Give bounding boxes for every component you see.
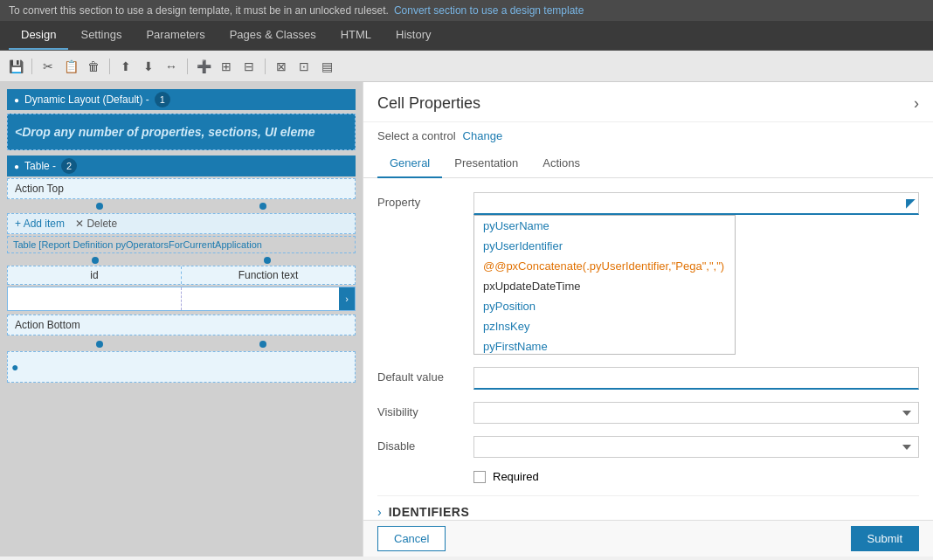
visibility-select[interactable] [473,402,919,424]
top-banner: To convert this section to use a design … [0,0,933,21]
toolbar-separator-3 [187,59,188,74]
table-report-definition: Table [Report Definition pyOperatorsForC… [7,236,356,253]
col-cell-expand-button[interactable]: › [339,287,355,310]
dot-row-top [0,201,363,211]
handle-dot [259,341,266,348]
cancel-button[interactable]: Cancel [377,526,446,551]
drop-zone: <Drop any number of properties, sections… [7,114,356,150]
dropdown-item-3[interactable]: pxUpdateDateTime [474,276,735,296]
move-up-icon[interactable]: ⬆ [117,58,135,75]
other-icon[interactable]: ⊟ [240,58,258,75]
delete-button[interactable]: ✕ Delete [75,218,117,230]
tab-history[interactable]: History [384,21,443,50]
main-area: ● Dynamic Layout (Default) - 1 <Drop any… [0,82,933,557]
banner-text: To convert this section to use a design … [9,4,389,17]
visibility-control [473,402,919,424]
tab-pages-classes[interactable]: Pages & Classes [218,21,328,50]
change-link[interactable]: Change [463,129,503,142]
col-header-row: id Function text [7,266,356,285]
save-icon[interactable]: 💾 [7,58,24,75]
handle-dot [264,257,271,264]
action-top-section: Action Top [7,178,356,199]
disable-label: Disable [377,436,473,453]
table-badge: 2 [61,158,77,174]
action-bottom-section: Action Bottom [7,315,356,335]
disable-row: Disable [377,436,919,458]
tab-html[interactable]: HTML [328,21,384,50]
select-control-label: Select a control [377,129,456,142]
add-item-button[interactable]: + Add item [15,218,65,230]
toolbar: 💾 ✂ 📋 🗑 ⬆ ⬇ ↔ ➕ ⊞ ⊟ ⊠ ⊡ ▤ [0,51,933,82]
panel-header: Cell Properties › [363,82,933,122]
handle-dot [96,341,103,348]
tab-general[interactable]: General [377,149,442,178]
add-icon[interactable]: ➕ [195,58,212,75]
dropdown-item-6[interactable]: pyFirstName [474,336,735,355]
grid-icon[interactable]: ⊞ [218,58,235,75]
dropdown-item-5[interactable]: pzInsKey [474,316,735,336]
col-header-id: id [8,266,182,284]
panel-body: Property ◤ pyUserName pyUserIdentifier @… [363,178,933,520]
property-dropdown[interactable]: pyUserName pyUserIdentifier @@pxConcaten… [473,215,736,355]
nav-tabs-bar: Design Settings Parameters Pages & Class… [0,21,933,51]
dynamic-layout-header: ● Dynamic Layout (Default) - 1 [7,89,356,110]
property-label: Property [377,192,473,209]
design-canvas: ● Dynamic Layout (Default) - 1 <Drop any… [0,82,363,557]
required-label: Required [493,470,539,483]
col-cell-row: › [7,287,356,311]
table-actions-row: + Add item ✕ Delete [7,213,356,234]
default-value-label: Default value [377,367,473,384]
default-value-control [473,367,919,390]
action-bottom-inner-icon: ● [11,360,18,374]
select-control-row: Select a control Change [363,122,933,149]
property-control-area: ◤ pyUserName pyUserIdentifier @@pxConcat… [473,192,919,355]
handle-dot [259,203,266,210]
handle-dot [96,203,103,210]
table-icon[interactable]: ⊠ [273,58,290,75]
circle-icon: ● [14,95,19,105]
dynamic-layout-badge: 1 [155,92,170,107]
identifiers-section[interactable]: › IDENTIFIERS [377,495,919,520]
toolbar-separator-1 [31,59,32,74]
tab-design[interactable]: Design [9,21,68,50]
dropdown-item-2[interactable]: @@pxConcatenate(.pyUserIdentifier,"Pega"… [474,256,735,276]
toolbar-separator-4 [265,59,266,74]
col-cell-id[interactable] [8,287,182,310]
columns-icon[interactable]: ⊡ [295,58,313,75]
tab-settings[interactable]: Settings [68,21,134,50]
required-checkbox[interactable] [473,471,486,483]
panel-close-button[interactable]: › [914,94,919,113]
dropdown-item-4[interactable]: pyPosition [474,296,735,316]
property-input-wrapper: ◤ [473,192,919,215]
identifiers-label: IDENTIFIERS [389,505,470,519]
dropdown-item-0[interactable]: pyUserName [474,216,735,236]
toolbar-separator-2 [109,59,110,74]
cut-icon[interactable]: ✂ [39,58,57,75]
identifiers-chevron-icon: › [377,505,382,519]
default-value-input[interactable] [473,367,919,390]
visibility-label: Visibility [377,402,473,418]
tab-actions[interactable]: Actions [530,149,592,178]
property-input[interactable] [473,192,919,215]
banner-link[interactable]: Convert section to use a design template [394,4,584,17]
cell-properties-panel: Cell Properties › Select a control Chang… [363,82,933,557]
delete-icon[interactable]: 🗑 [85,58,102,75]
move-down-icon[interactable]: ⬇ [140,58,157,75]
copy-icon[interactable]: 📋 [62,58,79,75]
dynamic-layout-label: Dynamic Layout (Default) - [24,93,149,106]
rows-icon[interactable]: ▤ [318,58,335,75]
disable-control [473,436,919,458]
default-value-row: Default value [377,367,919,390]
bottom-bar: Cancel Submit [363,520,933,557]
add-item-label: + Add item [15,218,65,230]
tab-presentation[interactable]: Presentation [442,149,530,178]
indent-icon[interactable]: ↔ [162,58,180,75]
dropdown-item-1[interactable]: pyUserIdentifier [474,236,735,256]
col-cell-function[interactable]: › [182,287,355,310]
property-input-icon: ◤ [906,196,916,210]
disable-select[interactable] [473,436,919,458]
table-section-header: ● Table - 2 [7,156,356,176]
tab-parameters[interactable]: Parameters [134,21,217,50]
dot-row-bottom [0,339,363,349]
submit-button[interactable]: Submit [851,526,919,551]
